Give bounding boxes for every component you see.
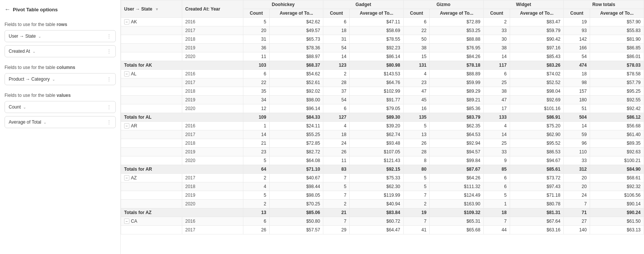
table-cell: $63.13 [590,226,644,234]
table-row-state [121,191,182,200]
table-cell: $57.79 [590,78,644,87]
table-cell: $90.42 [510,35,564,44]
drag-handle-icon-5[interactable]: ⋮ [106,119,112,125]
rows-field-created-at[interactable]: Created At ⌄ ⋮ [5,45,116,57]
table-cell: 11 [323,156,350,165]
table-cell: 80 [403,165,430,174]
drag-handle-icon-4[interactable]: ⋮ [106,104,112,110]
table-cell: 6 [484,70,510,78]
table-cell: $81.90 [590,35,644,44]
table-cell: $78.03 [590,61,644,70]
state-filter-icon[interactable]: ▼ [155,7,159,11]
table-cell: 33 [564,156,590,165]
table-cell: 12 [243,104,269,113]
table-cell: 110 [564,148,590,156]
table-cell: $71.10 [269,165,323,174]
vals-field-avg-total[interactable]: Average of Total ⌄ ⋮ [5,116,116,128]
state-collapse-icon[interactable]: − [124,175,129,181]
drag-handle-icon[interactable]: ⋮ [106,33,112,39]
cols-field-product-category-label: Product → Category [9,77,50,82]
table-cell: 2 [323,200,350,208]
table-cell: $71.18 [510,191,564,200]
state-collapse-icon[interactable]: − [124,19,129,24]
vals-field-count[interactable]: Count ⌄ ⋮ [5,101,116,113]
table-cell: $70.25 [269,200,323,208]
table-cell: $85.61 [510,165,564,174]
table-cell: $58.69 [350,26,404,35]
table-cell: $88.97 [269,52,323,61]
table-cell: $40.67 [269,174,323,182]
table-cell: 71 [564,208,590,217]
table-cell: 5 [243,156,269,165]
values-section: Fields to use for the table values Count… [5,93,116,128]
table-cell: $76.95 [430,44,484,52]
table-cell: $84.26 [430,52,484,61]
table-cell: $163.90 [430,200,484,208]
table-cell: $89.30 [350,113,404,122]
table-row-year: 2016 [182,70,243,78]
table-row-state [121,182,182,191]
table-cell: 25 [484,78,510,87]
table-cell: 38 [484,44,510,52]
table-row-year: 2020 [182,200,243,208]
table-row-state [121,200,182,208]
table-cell: 180 [564,96,590,104]
table-cell: $90.14 [590,200,644,208]
table-cell: 5 [323,182,350,191]
table-row-year: 2016 [182,122,243,130]
table-cell: $62.90 [510,130,564,139]
table-cell: 19 [564,18,590,26]
table-cell: 4 [403,70,430,78]
table-cell: $83.79 [430,113,484,122]
table-cell: 157 [564,87,590,96]
state-collapse-icon[interactable]: − [124,219,129,224]
table-cell: $93.48 [350,139,404,148]
state-collapse-icon[interactable]: − [124,123,129,129]
sub-header-totals-avg: Average of To... [590,9,644,18]
table-cell: 1 [484,200,510,208]
table-row-state [121,148,182,156]
vals-field-count-label: Count [9,104,21,110]
table-row-year: 2017 [182,78,243,87]
rows-section-label: Fields to use for the table rows [5,22,116,27]
table-cell: $52.52 [510,78,564,87]
back-button[interactable]: ← Pivot Table options [5,6,116,13]
sub-header-gadget-count: Count [323,9,350,18]
table-cell: 54 [564,52,590,61]
right-panel[interactable]: User → State ▼ Created At: Year Doohicke… [121,0,644,254]
cols-field-product-category[interactable]: Product → Category ⌄ ⋮ [5,73,116,85]
table-cell: $86.14 [350,52,404,61]
table-cell: $64.53 [430,130,484,139]
state-collapse-icon[interactable]: − [124,71,129,77]
rows-field-user-state[interactable]: User → State ⌄ ⋮ [5,30,116,42]
table-cell: 59 [564,130,590,139]
table-cell: $64.08 [269,156,323,165]
table-cell: 18 [323,26,350,35]
table-cell: 37 [323,87,350,96]
table-row-year: 2018 [182,139,243,148]
table-cell: 47 [403,87,430,96]
drag-handle-icon-2[interactable]: ⋮ [106,48,112,54]
table-cell: 2 [243,174,269,182]
table-cell: 4 [484,122,510,130]
table-cell: 6 [484,182,510,191]
table-cell: 14 [484,52,510,61]
table-cell: $68.61 [590,174,644,182]
table-cell: 29 [323,226,350,234]
table-cell: $78.36 [269,44,323,52]
table-cell: $85.06 [269,208,323,217]
table-cell: $49.57 [269,26,323,35]
table-cell: $81.31 [510,208,564,217]
table-cell: $86.01 [590,52,644,61]
table-cell: $39.20 [350,122,404,130]
table-cell: $121.43 [350,156,404,165]
table-cell: $119.99 [350,191,404,200]
drag-handle-icon-3[interactable]: ⋮ [106,76,112,82]
table-cell: $101.16 [510,104,564,113]
table-cell: $62.30 [350,182,404,191]
table-cell: 166 [564,44,590,52]
table-cell: $88.89 [430,70,484,78]
table-cell: $83.47 [510,18,564,26]
table-cell: 7 [323,191,350,200]
sub-header-totals-count: Count [564,9,590,18]
